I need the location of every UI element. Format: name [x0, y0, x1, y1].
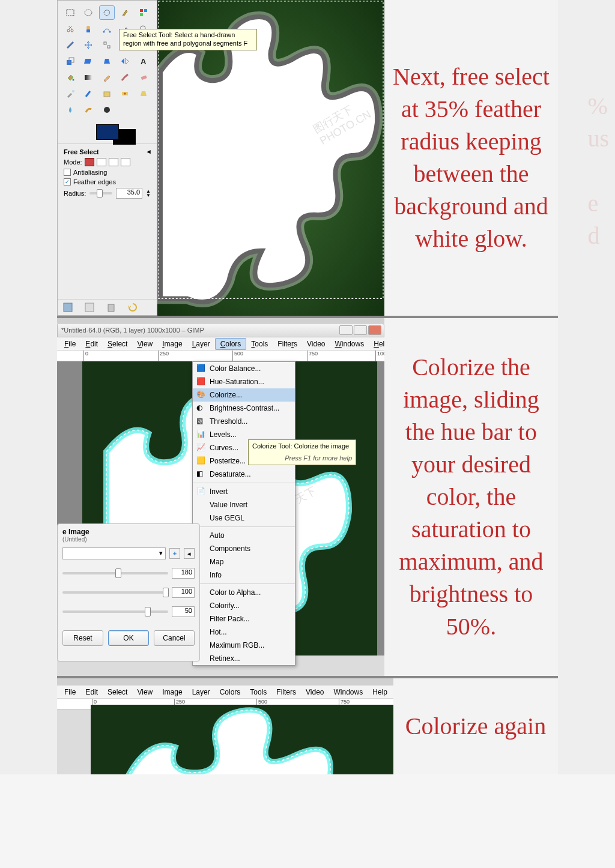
delete-options-icon[interactable] [106, 302, 117, 313]
menu-components[interactable]: Components [193, 542, 295, 555]
eraser-tool[interactable] [136, 70, 151, 85]
menu-brightness-contrast[interactable]: ◐Brightness-Contrast... [193, 402, 295, 415]
menu-color-balance[interactable]: 🟦Color Balance... [193, 362, 295, 375]
rect-select-tool[interactable] [62, 5, 78, 20]
shear-tool[interactable] [80, 54, 96, 68]
radius-spinner-icon[interactable]: ▲▼ [146, 189, 151, 197]
menu-windows[interactable]: Windows [330, 339, 369, 349]
tool-options-menu-icon[interactable]: ◂ [147, 148, 151, 155]
menu-map[interactable]: Map [193, 555, 295, 568]
menu-info[interactable]: Info [193, 568, 295, 582]
scissors-tool[interactable] [62, 22, 78, 36]
radius-slider[interactable] [89, 192, 112, 194]
smudge-tool[interactable] [80, 103, 96, 117]
mode-replace[interactable] [85, 158, 94, 166]
menu3-layer[interactable]: Layer [187, 687, 215, 698]
menu-desaturate[interactable]: ◧Desaturate... [193, 468, 295, 481]
preset-select[interactable]: ▾ [62, 547, 166, 559]
menu-help[interactable]: Help [369, 339, 384, 349]
fg-color-swatch[interactable] [96, 124, 119, 140]
menu3-windows[interactable]: Windows [329, 687, 368, 698]
foreground-select-tool[interactable] [80, 22, 96, 36]
menu-image[interactable]: Image [157, 339, 187, 349]
menu-colors[interactable]: Colors [215, 338, 247, 350]
step3-canvas[interactable] [91, 705, 393, 774]
menu3-tools[interactable]: Tools [245, 687, 271, 698]
menu-invert[interactable]: 📄Invert [193, 485, 295, 498]
lightness-slider[interactable] [62, 610, 168, 613]
paintbrush-tool[interactable] [117, 70, 133, 85]
menu-color-to-alpha[interactable]: Color to Alpha... [193, 586, 295, 599]
save-options-icon[interactable] [62, 302, 73, 313]
pencil-tool[interactable] [99, 70, 115, 85]
preset-menu-button[interactable]: ◂ [184, 548, 195, 559]
blur-tool[interactable] [62, 103, 78, 117]
menu-filter-pack[interactable]: Filter Pack... [193, 612, 295, 625]
menu-video[interactable]: Video [302, 339, 330, 349]
bucket-fill-tool[interactable] [62, 70, 78, 85]
menu-layer[interactable]: Layer [187, 339, 215, 349]
flip-tool[interactable] [117, 54, 133, 68]
lightness-value[interactable]: 50 [172, 606, 195, 617]
fg-bg-swatches[interactable] [58, 122, 157, 143]
reset-button[interactable]: Reset [62, 630, 103, 646]
menu-tools[interactable]: Tools [246, 339, 273, 349]
cancel-button[interactable]: Cancel [154, 630, 195, 646]
hue-value[interactable]: 180 [172, 568, 195, 579]
preset-add-button[interactable]: + [169, 548, 180, 559]
menu-value-invert[interactable]: Value Invert [193, 498, 295, 511]
menu-hue-saturation[interactable]: 🟥Hue-Saturation... [193, 375, 295, 388]
menu-file[interactable]: File [59, 339, 80, 349]
menu-auto[interactable]: Auto [193, 529, 295, 542]
menu-hot[interactable]: Hot... [193, 625, 295, 639]
menu-view[interactable]: View [132, 339, 157, 349]
ok-button[interactable]: OK [108, 630, 149, 646]
menu3-image[interactable]: Image [157, 687, 187, 698]
hue-slider[interactable] [62, 572, 168, 574]
menu3-file[interactable]: File [59, 687, 80, 698]
antialias-checkbox[interactable] [64, 169, 71, 176]
saturation-value[interactable]: 100 [172, 587, 195, 598]
free-select-tool[interactable] [99, 5, 115, 20]
menu3-filters[interactable]: Filters [271, 687, 301, 698]
menu-maximum-rgb[interactable]: Maximum RGB... [193, 639, 295, 652]
feather-checkbox[interactable] [64, 178, 71, 185]
by-color-select-tool[interactable] [136, 5, 151, 20]
menu3-edit[interactable]: Edit [80, 687, 103, 698]
menu3-colors[interactable]: Colors [215, 687, 246, 698]
restore-options-icon[interactable] [84, 302, 95, 313]
menu-colorify[interactable]: Colorify... [193, 599, 295, 612]
mode-subtract[interactable] [109, 158, 118, 166]
menu3-help[interactable]: Help [368, 687, 392, 698]
menu-use-gegl[interactable]: Use GEGL [193, 511, 295, 525]
ellipse-select-tool[interactable] [80, 5, 96, 20]
text-tool[interactable]: A [136, 54, 151, 68]
fuzzy-select-tool[interactable] [117, 5, 133, 20]
dodge-burn-tool[interactable] [99, 103, 115, 117]
radius-value[interactable]: 35.0 [116, 188, 142, 199]
scale-tool[interactable] [62, 54, 78, 68]
clone-tool[interactable] [99, 86, 115, 101]
perspective-tool[interactable] [99, 54, 115, 68]
blend-tool[interactable] [80, 70, 96, 85]
mode-add[interactable] [97, 158, 106, 166]
move-tool[interactable] [80, 38, 96, 52]
ink-tool[interactable] [80, 86, 96, 101]
menu-filters[interactable]: Filters [273, 339, 302, 349]
menu3-video[interactable]: Video [301, 687, 329, 698]
measure-tool[interactable] [62, 38, 78, 52]
menu-select[interactable]: Select [103, 339, 132, 349]
menu3-view[interactable]: View [132, 687, 157, 698]
mode-intersect[interactable] [121, 158, 130, 166]
paths-tool[interactable] [99, 22, 115, 36]
menu3-select[interactable]: Select [103, 687, 132, 698]
menu-threshold[interactable]: ▧Threshold... [193, 415, 295, 428]
close-button[interactable] [368, 325, 381, 335]
heal-tool[interactable] [117, 86, 133, 101]
menu-edit[interactable]: Edit [80, 339, 103, 349]
airbrush-tool[interactable] [62, 86, 78, 101]
minimize-button[interactable] [339, 325, 353, 335]
menu-colorize[interactable]: 🎨Colorize... [193, 388, 295, 402]
perspective-clone-tool[interactable] [136, 86, 151, 101]
saturation-slider[interactable] [62, 591, 168, 594]
